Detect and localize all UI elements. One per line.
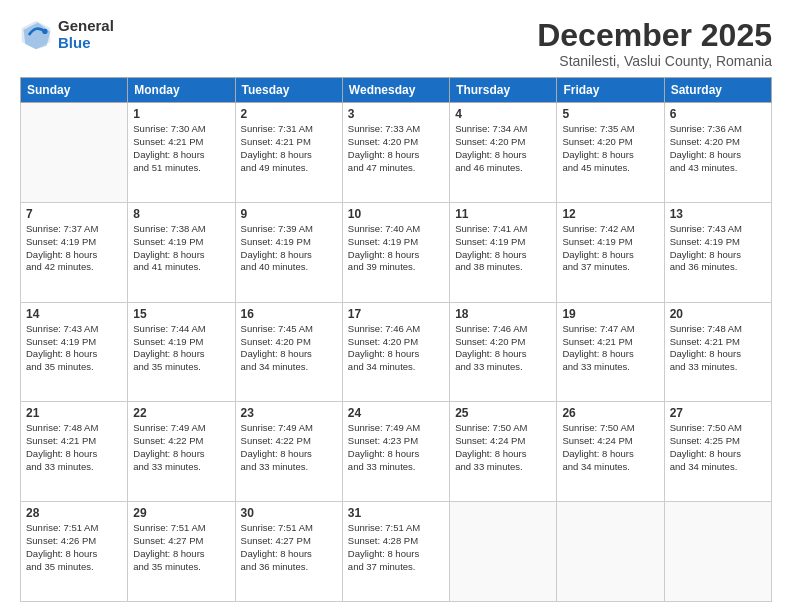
day-number: 22 <box>133 406 229 420</box>
day-info: Sunrise: 7:35 AM Sunset: 4:20 PM Dayligh… <box>562 123 658 174</box>
day-info: Sunrise: 7:30 AM Sunset: 4:21 PM Dayligh… <box>133 123 229 174</box>
calendar-cell: 30Sunrise: 7:51 AM Sunset: 4:27 PM Dayli… <box>235 502 342 602</box>
day-number: 16 <box>241 307 337 321</box>
day-info: Sunrise: 7:51 AM Sunset: 4:28 PM Dayligh… <box>348 522 444 573</box>
page: General Blue December 2025 Stanilesti, V… <box>0 0 792 612</box>
day-number: 29 <box>133 506 229 520</box>
day-info: Sunrise: 7:47 AM Sunset: 4:21 PM Dayligh… <box>562 323 658 374</box>
day-info: Sunrise: 7:33 AM Sunset: 4:20 PM Dayligh… <box>348 123 444 174</box>
day-info: Sunrise: 7:40 AM Sunset: 4:19 PM Dayligh… <box>348 223 444 274</box>
day-info: Sunrise: 7:45 AM Sunset: 4:20 PM Dayligh… <box>241 323 337 374</box>
weekday-header-friday: Friday <box>557 78 664 103</box>
calendar-cell: 8Sunrise: 7:38 AM Sunset: 4:19 PM Daylig… <box>128 202 235 302</box>
day-number: 19 <box>562 307 658 321</box>
day-info: Sunrise: 7:43 AM Sunset: 4:19 PM Dayligh… <box>26 323 122 374</box>
calendar-cell: 24Sunrise: 7:49 AM Sunset: 4:23 PM Dayli… <box>342 402 449 502</box>
header: General Blue December 2025 Stanilesti, V… <box>20 18 772 69</box>
calendar-cell: 11Sunrise: 7:41 AM Sunset: 4:19 PM Dayli… <box>450 202 557 302</box>
calendar-cell: 28Sunrise: 7:51 AM Sunset: 4:26 PM Dayli… <box>21 502 128 602</box>
day-info: Sunrise: 7:48 AM Sunset: 4:21 PM Dayligh… <box>26 422 122 473</box>
day-info: Sunrise: 7:41 AM Sunset: 4:19 PM Dayligh… <box>455 223 551 274</box>
day-number: 30 <box>241 506 337 520</box>
day-number: 25 <box>455 406 551 420</box>
calendar-cell: 29Sunrise: 7:51 AM Sunset: 4:27 PM Dayli… <box>128 502 235 602</box>
day-number: 1 <box>133 107 229 121</box>
day-number: 28 <box>26 506 122 520</box>
day-info: Sunrise: 7:39 AM Sunset: 4:19 PM Dayligh… <box>241 223 337 274</box>
day-number: 4 <box>455 107 551 121</box>
day-info: Sunrise: 7:49 AM Sunset: 4:22 PM Dayligh… <box>241 422 337 473</box>
calendar-cell: 6Sunrise: 7:36 AM Sunset: 4:20 PM Daylig… <box>664 103 771 203</box>
calendar-week-row: 1Sunrise: 7:30 AM Sunset: 4:21 PM Daylig… <box>21 103 772 203</box>
calendar-cell <box>450 502 557 602</box>
day-number: 20 <box>670 307 766 321</box>
day-info: Sunrise: 7:36 AM Sunset: 4:20 PM Dayligh… <box>670 123 766 174</box>
month-title: December 2025 <box>537 18 772 53</box>
day-info: Sunrise: 7:50 AM Sunset: 4:25 PM Dayligh… <box>670 422 766 473</box>
calendar-cell: 2Sunrise: 7:31 AM Sunset: 4:21 PM Daylig… <box>235 103 342 203</box>
calendar-cell: 14Sunrise: 7:43 AM Sunset: 4:19 PM Dayli… <box>21 302 128 402</box>
calendar-week-row: 14Sunrise: 7:43 AM Sunset: 4:19 PM Dayli… <box>21 302 772 402</box>
calendar-cell: 31Sunrise: 7:51 AM Sunset: 4:28 PM Dayli… <box>342 502 449 602</box>
day-number: 24 <box>348 406 444 420</box>
calendar-cell: 3Sunrise: 7:33 AM Sunset: 4:20 PM Daylig… <box>342 103 449 203</box>
day-number: 13 <box>670 207 766 221</box>
calendar-cell <box>664 502 771 602</box>
logo-blue-text: Blue <box>58 35 114 52</box>
day-info: Sunrise: 7:38 AM Sunset: 4:19 PM Dayligh… <box>133 223 229 274</box>
day-number: 15 <box>133 307 229 321</box>
calendar-cell: 25Sunrise: 7:50 AM Sunset: 4:24 PM Dayli… <box>450 402 557 502</box>
day-info: Sunrise: 7:49 AM Sunset: 4:23 PM Dayligh… <box>348 422 444 473</box>
logo: General Blue <box>20 18 114 51</box>
day-info: Sunrise: 7:50 AM Sunset: 4:24 PM Dayligh… <box>562 422 658 473</box>
calendar-table: SundayMondayTuesdayWednesdayThursdayFrid… <box>20 77 772 602</box>
day-info: Sunrise: 7:34 AM Sunset: 4:20 PM Dayligh… <box>455 123 551 174</box>
day-number: 14 <box>26 307 122 321</box>
weekday-header-saturday: Saturday <box>664 78 771 103</box>
day-number: 7 <box>26 207 122 221</box>
weekday-header-row: SundayMondayTuesdayWednesdayThursdayFrid… <box>21 78 772 103</box>
day-info: Sunrise: 7:31 AM Sunset: 4:21 PM Dayligh… <box>241 123 337 174</box>
calendar-cell: 1Sunrise: 7:30 AM Sunset: 4:21 PM Daylig… <box>128 103 235 203</box>
day-number: 10 <box>348 207 444 221</box>
calendar-cell: 19Sunrise: 7:47 AM Sunset: 4:21 PM Dayli… <box>557 302 664 402</box>
day-info: Sunrise: 7:46 AM Sunset: 4:20 PM Dayligh… <box>455 323 551 374</box>
day-number: 5 <box>562 107 658 121</box>
calendar-cell: 10Sunrise: 7:40 AM Sunset: 4:19 PM Dayli… <box>342 202 449 302</box>
day-info: Sunrise: 7:50 AM Sunset: 4:24 PM Dayligh… <box>455 422 551 473</box>
day-number: 17 <box>348 307 444 321</box>
title-block: December 2025 Stanilesti, Vaslui County,… <box>537 18 772 69</box>
day-info: Sunrise: 7:49 AM Sunset: 4:22 PM Dayligh… <box>133 422 229 473</box>
calendar-cell: 5Sunrise: 7:35 AM Sunset: 4:20 PM Daylig… <box>557 103 664 203</box>
calendar-cell: 13Sunrise: 7:43 AM Sunset: 4:19 PM Dayli… <box>664 202 771 302</box>
day-number: 18 <box>455 307 551 321</box>
day-number: 27 <box>670 406 766 420</box>
day-info: Sunrise: 7:44 AM Sunset: 4:19 PM Dayligh… <box>133 323 229 374</box>
calendar-cell: 22Sunrise: 7:49 AM Sunset: 4:22 PM Dayli… <box>128 402 235 502</box>
weekday-header-wednesday: Wednesday <box>342 78 449 103</box>
day-info: Sunrise: 7:48 AM Sunset: 4:21 PM Dayligh… <box>670 323 766 374</box>
day-number: 9 <box>241 207 337 221</box>
calendar-cell: 12Sunrise: 7:42 AM Sunset: 4:19 PM Dayli… <box>557 202 664 302</box>
calendar-cell: 16Sunrise: 7:45 AM Sunset: 4:20 PM Dayli… <box>235 302 342 402</box>
day-number: 6 <box>670 107 766 121</box>
weekday-header-tuesday: Tuesday <box>235 78 342 103</box>
day-number: 8 <box>133 207 229 221</box>
calendar-cell <box>557 502 664 602</box>
calendar-cell: 20Sunrise: 7:48 AM Sunset: 4:21 PM Dayli… <box>664 302 771 402</box>
logo-text: General Blue <box>58 18 114 51</box>
calendar-cell: 18Sunrise: 7:46 AM Sunset: 4:20 PM Dayli… <box>450 302 557 402</box>
day-info: Sunrise: 7:51 AM Sunset: 4:27 PM Dayligh… <box>241 522 337 573</box>
day-info: Sunrise: 7:51 AM Sunset: 4:27 PM Dayligh… <box>133 522 229 573</box>
calendar-cell: 4Sunrise: 7:34 AM Sunset: 4:20 PM Daylig… <box>450 103 557 203</box>
calendar-week-row: 7Sunrise: 7:37 AM Sunset: 4:19 PM Daylig… <box>21 202 772 302</box>
weekday-header-sunday: Sunday <box>21 78 128 103</box>
day-info: Sunrise: 7:42 AM Sunset: 4:19 PM Dayligh… <box>562 223 658 274</box>
day-number: 21 <box>26 406 122 420</box>
weekday-header-thursday: Thursday <box>450 78 557 103</box>
calendar-cell: 9Sunrise: 7:39 AM Sunset: 4:19 PM Daylig… <box>235 202 342 302</box>
logo-icon <box>20 19 52 51</box>
day-number: 3 <box>348 107 444 121</box>
location-subtitle: Stanilesti, Vaslui County, Romania <box>537 53 772 69</box>
day-info: Sunrise: 7:43 AM Sunset: 4:19 PM Dayligh… <box>670 223 766 274</box>
